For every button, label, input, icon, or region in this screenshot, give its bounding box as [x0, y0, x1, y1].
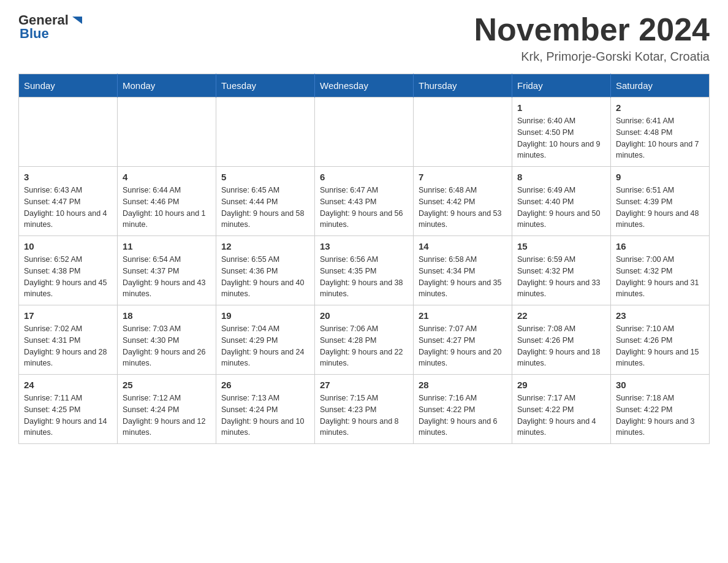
- calendar-cell: 24Sunrise: 7:11 AM Sunset: 4:25 PM Dayli…: [19, 375, 118, 444]
- calendar-cell: [414, 98, 512, 167]
- calendar-header-row: SundayMondayTuesdayWednesdayThursdayFrid…: [19, 74, 710, 98]
- calendar-cell: 4Sunrise: 6:44 AM Sunset: 4:46 PM Daylig…: [118, 167, 216, 236]
- day-info: Sunrise: 6:56 AM Sunset: 4:35 PM Dayligh…: [320, 254, 408, 300]
- header-day-sunday: Sunday: [19, 74, 118, 98]
- day-number: 11: [123, 241, 211, 251]
- day-number: 25: [123, 380, 211, 390]
- calendar-cell: 6Sunrise: 6:47 AM Sunset: 4:43 PM Daylig…: [315, 167, 414, 236]
- month-title: November 2024: [474, 12, 710, 47]
- day-info: Sunrise: 7:16 AM Sunset: 4:22 PM Dayligh…: [419, 393, 507, 439]
- day-info: Sunrise: 6:58 AM Sunset: 4:34 PM Dayligh…: [419, 254, 507, 300]
- day-number: 27: [320, 380, 408, 390]
- day-number: 18: [123, 310, 211, 321]
- calendar-cell: 19Sunrise: 7:04 AM Sunset: 4:29 PM Dayli…: [216, 305, 315, 375]
- day-number: 7: [419, 172, 507, 182]
- day-info: Sunrise: 6:40 AM Sunset: 4:50 PM Dayligh…: [517, 115, 605, 161]
- day-info: Sunrise: 6:59 AM Sunset: 4:32 PM Dayligh…: [517, 254, 605, 300]
- logo: General Blue: [18, 12, 85, 42]
- calendar-cell: 26Sunrise: 7:13 AM Sunset: 4:24 PM Dayli…: [216, 375, 315, 444]
- calendar-cell: 29Sunrise: 7:17 AM Sunset: 4:22 PM Dayli…: [512, 375, 611, 444]
- calendar-cell: [216, 98, 315, 167]
- calendar-cell: 17Sunrise: 7:02 AM Sunset: 4:31 PM Dayli…: [19, 305, 118, 375]
- calendar-table: SundayMondayTuesdayWednesdayThursdayFrid…: [18, 74, 710, 444]
- svg-marker-0: [72, 17, 82, 24]
- day-number: 12: [221, 241, 309, 251]
- day-number: 20: [320, 310, 408, 321]
- day-info: Sunrise: 6:51 AM Sunset: 4:39 PM Dayligh…: [616, 185, 704, 231]
- day-number: 10: [24, 241, 112, 251]
- day-number: 24: [24, 380, 112, 390]
- calendar-cell: [19, 98, 118, 167]
- calendar-week-row: 1Sunrise: 6:40 AM Sunset: 4:50 PM Daylig…: [19, 98, 710, 167]
- day-info: Sunrise: 6:52 AM Sunset: 4:38 PM Dayligh…: [24, 254, 112, 300]
- day-info: Sunrise: 7:03 AM Sunset: 4:30 PM Dayligh…: [123, 323, 211, 369]
- header-day-thursday: Thursday: [414, 74, 512, 98]
- calendar-cell: 21Sunrise: 7:07 AM Sunset: 4:27 PM Dayli…: [414, 305, 512, 375]
- day-number: 23: [616, 310, 704, 321]
- day-info: Sunrise: 6:44 AM Sunset: 4:46 PM Dayligh…: [123, 185, 211, 231]
- day-number: 13: [320, 241, 408, 251]
- day-info: Sunrise: 7:13 AM Sunset: 4:24 PM Dayligh…: [221, 393, 309, 439]
- header-day-tuesday: Tuesday: [216, 74, 315, 98]
- calendar-cell: 11Sunrise: 6:54 AM Sunset: 4:37 PM Dayli…: [118, 236, 216, 305]
- day-number: 8: [517, 172, 605, 182]
- calendar-cell: 5Sunrise: 6:45 AM Sunset: 4:44 PM Daylig…: [216, 167, 315, 236]
- header-day-friday: Friday: [512, 74, 611, 98]
- day-info: Sunrise: 7:02 AM Sunset: 4:31 PM Dayligh…: [24, 323, 112, 369]
- day-info: Sunrise: 7:06 AM Sunset: 4:28 PM Dayligh…: [320, 323, 408, 369]
- calendar-cell: 28Sunrise: 7:16 AM Sunset: 4:22 PM Dayli…: [414, 375, 512, 444]
- day-info: Sunrise: 6:49 AM Sunset: 4:40 PM Dayligh…: [517, 185, 605, 231]
- calendar-cell: 15Sunrise: 6:59 AM Sunset: 4:32 PM Dayli…: [512, 236, 611, 305]
- header: General Blue November 2024 Krk, Primorje…: [18, 12, 710, 64]
- calendar-cell: 7Sunrise: 6:48 AM Sunset: 4:42 PM Daylig…: [414, 167, 512, 236]
- logo-arrow-icon: [70, 13, 85, 28]
- calendar-cell: 13Sunrise: 6:56 AM Sunset: 4:35 PM Dayli…: [315, 236, 414, 305]
- day-number: 17: [24, 310, 112, 321]
- calendar-cell: 25Sunrise: 7:12 AM Sunset: 4:24 PM Dayli…: [118, 375, 216, 444]
- day-info: Sunrise: 6:47 AM Sunset: 4:43 PM Dayligh…: [320, 185, 408, 231]
- logo-blue-text: Blue: [20, 26, 49, 42]
- day-info: Sunrise: 7:00 AM Sunset: 4:32 PM Dayligh…: [616, 254, 704, 300]
- day-number: 9: [616, 172, 704, 182]
- day-number: 19: [221, 310, 309, 321]
- day-number: 29: [517, 380, 605, 390]
- day-number: 16: [616, 241, 704, 251]
- day-info: Sunrise: 7:12 AM Sunset: 4:24 PM Dayligh…: [123, 393, 211, 439]
- day-number: 14: [419, 241, 507, 251]
- header-day-saturday: Saturday: [611, 74, 710, 98]
- calendar-cell: 8Sunrise: 6:49 AM Sunset: 4:40 PM Daylig…: [512, 167, 611, 236]
- day-number: 26: [221, 380, 309, 390]
- day-info: Sunrise: 6:55 AM Sunset: 4:36 PM Dayligh…: [221, 254, 309, 300]
- day-info: Sunrise: 7:15 AM Sunset: 4:23 PM Dayligh…: [320, 393, 408, 439]
- day-number: 15: [517, 241, 605, 251]
- calendar-week-row: 17Sunrise: 7:02 AM Sunset: 4:31 PM Dayli…: [19, 305, 710, 375]
- day-info: Sunrise: 7:11 AM Sunset: 4:25 PM Dayligh…: [24, 393, 112, 439]
- day-info: Sunrise: 6:54 AM Sunset: 4:37 PM Dayligh…: [123, 254, 211, 300]
- day-info: Sunrise: 7:10 AM Sunset: 4:26 PM Dayligh…: [616, 323, 704, 369]
- calendar-cell: 12Sunrise: 6:55 AM Sunset: 4:36 PM Dayli…: [216, 236, 315, 305]
- day-info: Sunrise: 7:08 AM Sunset: 4:26 PM Dayligh…: [517, 323, 605, 369]
- day-number: 1: [517, 102, 605, 113]
- day-number: 4: [123, 172, 211, 182]
- day-number: 21: [419, 310, 507, 321]
- day-number: 5: [221, 172, 309, 182]
- day-info: Sunrise: 7:18 AM Sunset: 4:22 PM Dayligh…: [616, 393, 704, 439]
- day-info: Sunrise: 7:04 AM Sunset: 4:29 PM Dayligh…: [221, 323, 309, 369]
- calendar-week-row: 24Sunrise: 7:11 AM Sunset: 4:25 PM Dayli…: [19, 375, 710, 444]
- day-number: 28: [419, 380, 507, 390]
- calendar-cell: 2Sunrise: 6:41 AM Sunset: 4:48 PM Daylig…: [611, 98, 710, 167]
- calendar-cell: 3Sunrise: 6:43 AM Sunset: 4:47 PM Daylig…: [19, 167, 118, 236]
- location-title: Krk, Primorje-Gorski Kotar, Croatia: [474, 50, 710, 64]
- day-number: 3: [24, 172, 112, 182]
- calendar-cell: 9Sunrise: 6:51 AM Sunset: 4:39 PM Daylig…: [611, 167, 710, 236]
- header-day-monday: Monday: [118, 74, 216, 98]
- calendar-cell: 22Sunrise: 7:08 AM Sunset: 4:26 PM Dayli…: [512, 305, 611, 375]
- day-info: Sunrise: 7:07 AM Sunset: 4:27 PM Dayligh…: [419, 323, 507, 369]
- calendar-cell: [315, 98, 414, 167]
- calendar-cell: 20Sunrise: 7:06 AM Sunset: 4:28 PM Dayli…: [315, 305, 414, 375]
- day-info: Sunrise: 6:48 AM Sunset: 4:42 PM Dayligh…: [419, 185, 507, 231]
- calendar-cell: 16Sunrise: 7:00 AM Sunset: 4:32 PM Dayli…: [611, 236, 710, 305]
- calendar-cell: 1Sunrise: 6:40 AM Sunset: 4:50 PM Daylig…: [512, 98, 611, 167]
- calendar-cell: 23Sunrise: 7:10 AM Sunset: 4:26 PM Dayli…: [611, 305, 710, 375]
- day-info: Sunrise: 6:45 AM Sunset: 4:44 PM Dayligh…: [221, 185, 309, 231]
